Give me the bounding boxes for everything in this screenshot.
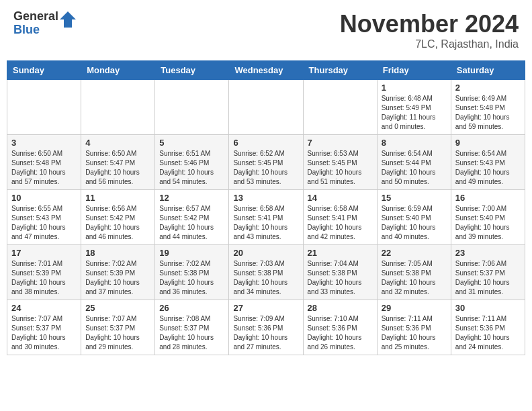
day-info: Sunrise: 6:50 AM Sunset: 5:47 PM Dayligh…: [85, 149, 150, 187]
day-number: 26: [159, 303, 224, 313]
day-number: 22: [382, 248, 447, 258]
day-info: Sunrise: 6:53 AM Sunset: 5:45 PM Dayligh…: [308, 149, 373, 187]
day-info: Sunrise: 7:07 AM Sunset: 5:37 PM Dayligh…: [11, 314, 77, 352]
calendar-cell: 18Sunrise: 7:02 AM Sunset: 5:39 PM Dayli…: [81, 245, 155, 300]
calendar-cell: 17Sunrise: 7:01 AM Sunset: 5:39 PM Dayli…: [7, 245, 81, 300]
day-number: 1: [382, 83, 447, 93]
day-number: 12: [159, 193, 224, 203]
calendar-cell: 16Sunrise: 7:00 AM Sunset: 5:40 PM Dayli…: [451, 190, 525, 245]
calendar-cell: 9Sunrise: 6:54 AM Sunset: 5:43 PM Daylig…: [451, 135, 525, 190]
day-info: Sunrise: 6:55 AM Sunset: 5:43 PM Dayligh…: [11, 204, 77, 242]
calendar-cell: [7, 80, 81, 135]
day-info: Sunrise: 7:02 AM Sunset: 5:39 PM Dayligh…: [85, 259, 150, 297]
day-number: 24: [11, 303, 77, 313]
svg-marker-0: [60, 11, 76, 28]
logo-icon: [60, 11, 76, 28]
calendar-cell: 13Sunrise: 6:58 AM Sunset: 5:41 PM Dayli…: [229, 190, 303, 245]
day-info: Sunrise: 7:04 AM Sunset: 5:38 PM Dayligh…: [308, 259, 373, 297]
day-info: Sunrise: 6:56 AM Sunset: 5:42 PM Dayligh…: [85, 204, 150, 242]
calendar-cell: 10Sunrise: 6:55 AM Sunset: 5:43 PM Dayli…: [7, 190, 81, 245]
calendar-cell: 4Sunrise: 6:50 AM Sunset: 5:47 PM Daylig…: [81, 135, 155, 190]
day-info: Sunrise: 7:05 AM Sunset: 5:38 PM Dayligh…: [382, 259, 447, 297]
location-text: 7LC, Rajasthan, India: [340, 38, 519, 50]
month-title: November 2024: [340, 10, 519, 38]
day-number: 3: [11, 138, 77, 148]
day-info: Sunrise: 6:58 AM Sunset: 5:41 PM Dayligh…: [233, 204, 298, 242]
day-info: Sunrise: 6:57 AM Sunset: 5:42 PM Dayligh…: [159, 204, 224, 242]
calendar-cell: 26Sunrise: 7:08 AM Sunset: 5:37 PM Dayli…: [155, 300, 229, 355]
day-info: Sunrise: 6:50 AM Sunset: 5:48 PM Dayligh…: [11, 149, 77, 187]
day-number: 21: [308, 248, 373, 258]
calendar-cell: 15Sunrise: 6:59 AM Sunset: 5:40 PM Dayli…: [377, 190, 451, 245]
page-header: General Blue November 2024 7LC, Rajastha…: [7, 7, 525, 54]
day-info: Sunrise: 7:00 AM Sunset: 5:40 PM Dayligh…: [455, 204, 521, 242]
calendar-header-row: SundayMondayTuesdayWednesdayThursdayFrid…: [7, 61, 525, 80]
calendar-table: SundayMondayTuesdayWednesdayThursdayFrid…: [7, 60, 525, 355]
day-number: 28: [308, 303, 373, 313]
calendar-header-thursday: Thursday: [303, 61, 377, 80]
logo: General Blue: [13, 10, 76, 37]
day-number: 14: [308, 193, 373, 203]
day-info: Sunrise: 6:51 AM Sunset: 5:46 PM Dayligh…: [159, 149, 224, 187]
day-info: Sunrise: 7:09 AM Sunset: 5:36 PM Dayligh…: [233, 314, 298, 352]
day-number: 6: [233, 138, 298, 148]
calendar-cell: 21Sunrise: 7:04 AM Sunset: 5:38 PM Dayli…: [303, 245, 377, 300]
day-number: 23: [455, 248, 521, 258]
day-info: Sunrise: 6:48 AM Sunset: 5:49 PM Dayligh…: [382, 94, 447, 132]
day-number: 10: [11, 193, 77, 203]
calendar-cell: 6Sunrise: 6:52 AM Sunset: 5:45 PM Daylig…: [229, 135, 303, 190]
calendar-cell: 20Sunrise: 7:03 AM Sunset: 5:38 PM Dayli…: [229, 245, 303, 300]
calendar-cell: [81, 80, 155, 135]
calendar-cell: 29Sunrise: 7:11 AM Sunset: 5:36 PM Dayli…: [377, 300, 451, 355]
calendar-cell: [229, 80, 303, 135]
day-info: Sunrise: 7:07 AM Sunset: 5:37 PM Dayligh…: [85, 314, 150, 352]
day-info: Sunrise: 7:03 AM Sunset: 5:38 PM Dayligh…: [233, 259, 298, 297]
calendar-header-wednesday: Wednesday: [229, 61, 303, 80]
day-number: 30: [455, 303, 521, 313]
calendar-header-saturday: Saturday: [451, 61, 525, 80]
logo-blue-text: Blue: [13, 24, 58, 37]
calendar-cell: 23Sunrise: 7:06 AM Sunset: 5:37 PM Dayli…: [451, 245, 525, 300]
day-info: Sunrise: 6:54 AM Sunset: 5:43 PM Dayligh…: [455, 149, 521, 187]
day-number: 4: [85, 138, 150, 148]
day-info: Sunrise: 6:54 AM Sunset: 5:44 PM Dayligh…: [382, 149, 447, 187]
day-info: Sunrise: 7:10 AM Sunset: 5:36 PM Dayligh…: [308, 314, 373, 352]
day-number: 17: [11, 248, 77, 258]
day-number: 13: [233, 193, 298, 203]
day-number: 9: [455, 138, 521, 148]
calendar-cell: 28Sunrise: 7:10 AM Sunset: 5:36 PM Dayli…: [303, 300, 377, 355]
calendar-cell: [155, 80, 229, 135]
day-info: Sunrise: 7:01 AM Sunset: 5:39 PM Dayligh…: [11, 259, 77, 297]
day-number: 29: [382, 303, 447, 313]
calendar-cell: 12Sunrise: 6:57 AM Sunset: 5:42 PM Dayli…: [155, 190, 229, 245]
calendar-cell: 22Sunrise: 7:05 AM Sunset: 5:38 PM Dayli…: [377, 245, 451, 300]
calendar-header-sunday: Sunday: [7, 61, 81, 80]
calendar-week-3: 17Sunrise: 7:01 AM Sunset: 5:39 PM Dayli…: [7, 245, 525, 300]
calendar-cell: 25Sunrise: 7:07 AM Sunset: 5:37 PM Dayli…: [81, 300, 155, 355]
calendar-cell: 11Sunrise: 6:56 AM Sunset: 5:42 PM Dayli…: [81, 190, 155, 245]
title-section: November 2024 7LC, Rajasthan, India: [340, 10, 519, 50]
calendar-cell: 2Sunrise: 6:49 AM Sunset: 5:48 PM Daylig…: [451, 80, 525, 135]
day-number: 16: [455, 193, 521, 203]
calendar-week-2: 10Sunrise: 6:55 AM Sunset: 5:43 PM Dayli…: [7, 190, 525, 245]
calendar-cell: [303, 80, 377, 135]
day-number: 25: [85, 303, 150, 313]
calendar-cell: 3Sunrise: 6:50 AM Sunset: 5:48 PM Daylig…: [7, 135, 81, 190]
day-info: Sunrise: 7:11 AM Sunset: 5:36 PM Dayligh…: [382, 314, 447, 352]
calendar-cell: 24Sunrise: 7:07 AM Sunset: 5:37 PM Dayli…: [7, 300, 81, 355]
day-number: 2: [455, 83, 521, 93]
calendar-week-4: 24Sunrise: 7:07 AM Sunset: 5:37 PM Dayli…: [7, 300, 525, 355]
calendar-cell: 27Sunrise: 7:09 AM Sunset: 5:36 PM Dayli…: [229, 300, 303, 355]
day-info: Sunrise: 6:52 AM Sunset: 5:45 PM Dayligh…: [233, 149, 298, 187]
day-number: 27: [233, 303, 298, 313]
day-info: Sunrise: 7:02 AM Sunset: 5:38 PM Dayligh…: [159, 259, 224, 297]
logo-general-text: General: [13, 10, 58, 24]
calendar-header-monday: Monday: [81, 61, 155, 80]
calendar-cell: 30Sunrise: 7:11 AM Sunset: 5:36 PM Dayli…: [451, 300, 525, 355]
day-info: Sunrise: 6:59 AM Sunset: 5:40 PM Dayligh…: [382, 204, 447, 242]
day-number: 7: [308, 138, 373, 148]
day-number: 5: [159, 138, 224, 148]
calendar-cell: 14Sunrise: 6:58 AM Sunset: 5:41 PM Dayli…: [303, 190, 377, 245]
day-info: Sunrise: 7:08 AM Sunset: 5:37 PM Dayligh…: [159, 314, 224, 352]
calendar-week-0: 1Sunrise: 6:48 AM Sunset: 5:49 PM Daylig…: [7, 80, 525, 135]
